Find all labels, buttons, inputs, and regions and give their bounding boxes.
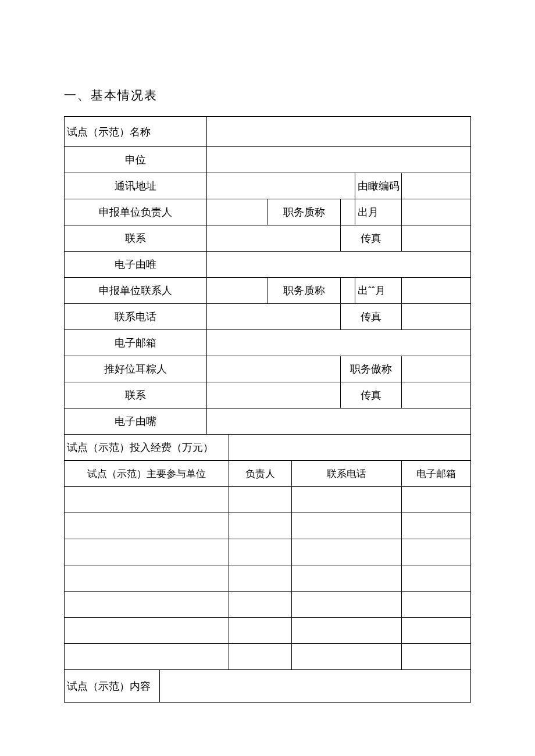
value-position-title-3	[402, 356, 471, 382]
table-row: 试点（示范）内容	[65, 670, 471, 703]
participant-email	[402, 592, 471, 618]
table-row: 联系 传真	[65, 382, 471, 409]
participant-lead	[229, 592, 292, 618]
participant-unit	[65, 565, 229, 592]
label-email-3: 电子由嘴	[65, 409, 207, 435]
value-contact-3	[206, 382, 341, 409]
label-birth-1: 出月	[355, 199, 401, 225]
table-row	[65, 487, 471, 513]
participant-unit	[65, 513, 229, 539]
label-position-title-3: 职务傲称	[341, 356, 402, 382]
participant-unit	[65, 618, 229, 644]
header-participant-email: 电子邮箱	[402, 461, 471, 487]
table-row	[65, 565, 471, 592]
participant-email	[402, 539, 471, 565]
table-row: 电子由嘴	[65, 409, 471, 435]
participant-unit	[65, 592, 229, 618]
value-email-3	[206, 409, 470, 435]
participant-lead	[229, 539, 292, 565]
value-birth-1	[402, 199, 471, 225]
value-birth-2	[402, 278, 471, 304]
header-participant-phone: 联系电话	[292, 461, 402, 487]
participant-phone	[292, 565, 402, 592]
participant-phone	[292, 644, 402, 670]
value-email-1	[206, 252, 470, 278]
value-fax-1	[402, 225, 471, 252]
label-recommender: 推好位耳粽人	[65, 356, 207, 382]
label-position-title-1: 职务质称	[268, 199, 341, 225]
table-row: 试点（示范）名称	[65, 117, 471, 147]
label-budget: 试点（示范）投入经费（万元）	[65, 435, 229, 461]
header-participant-unit: 试点（示范）主要参与单位	[65, 461, 229, 487]
participant-email	[402, 487, 471, 513]
table-row: 联系 传真	[65, 225, 471, 252]
participant-unit	[65, 487, 229, 513]
value-position-title-1	[341, 199, 355, 225]
participant-email	[402, 513, 471, 539]
table-row: 申报单位负责人 职务质称 出月	[65, 199, 471, 225]
value-position-title-2	[341, 278, 355, 304]
header-participant-lead: 负责人	[229, 461, 292, 487]
value-unit-head	[206, 199, 268, 225]
table-row: 申位	[65, 147, 471, 173]
value-applicant-unit	[206, 147, 470, 173]
table-row: 电子由唯	[65, 252, 471, 278]
participant-lead	[229, 565, 292, 592]
label-postcode: 由瞰编码	[355, 173, 401, 199]
participant-lead	[229, 644, 292, 670]
participant-unit	[65, 539, 229, 565]
value-pilot-content	[160, 670, 471, 703]
table-row	[65, 513, 471, 539]
value-fax-3	[402, 382, 471, 409]
value-pilot-name	[206, 117, 470, 147]
table-row: 试点（示范）投入经费（万元）	[65, 435, 471, 461]
participant-phone	[292, 592, 402, 618]
value-recommender	[206, 356, 341, 382]
value-unit-contact	[206, 278, 268, 304]
label-unit-head: 申报单位负责人	[65, 199, 207, 225]
value-fax-2	[402, 304, 471, 330]
table-row: 联系电话 传真	[65, 304, 471, 330]
label-applicant-unit: 申位	[65, 147, 207, 173]
table-row: 试点（示范）主要参与单位 负责人 联系电话 电子邮箱	[65, 461, 471, 487]
table-row	[65, 539, 471, 565]
table-row	[65, 644, 471, 670]
label-address: 通讯地址	[65, 173, 207, 199]
label-position-title-2: 职务质称	[268, 278, 341, 304]
label-phone-2: 联系电话	[65, 304, 207, 330]
participant-lead	[229, 618, 292, 644]
label-fax-3: 传真	[341, 382, 402, 409]
participant-lead	[229, 513, 292, 539]
participant-phone	[292, 539, 402, 565]
label-fax-1: 传真	[341, 225, 402, 252]
label-unit-contact: 申报单位联系人	[65, 278, 207, 304]
table-row: 推好位耳粽人 职务傲称	[65, 356, 471, 382]
label-fax-2: 传真	[341, 304, 402, 330]
participant-phone	[292, 513, 402, 539]
participant-email	[402, 618, 471, 644]
label-birth-2: 出ˆˆ月	[355, 278, 401, 304]
participant-email	[402, 565, 471, 592]
table-row	[65, 618, 471, 644]
value-budget	[229, 435, 471, 461]
table-row: 电子邮箱	[65, 330, 471, 356]
label-contact-1: 联系	[65, 225, 207, 252]
label-pilot-content: 试点（示范）内容	[65, 670, 160, 703]
value-postcode	[402, 173, 471, 199]
value-contact-1	[206, 225, 341, 252]
value-address	[206, 173, 355, 199]
label-contact-3: 联系	[65, 382, 207, 409]
label-email-2: 电子邮箱	[65, 330, 207, 356]
participant-phone	[292, 618, 402, 644]
value-phone-2	[206, 304, 341, 330]
table-row: 申报单位联系人 职务质称 出ˆˆ月	[65, 278, 471, 304]
participant-email	[402, 644, 471, 670]
participant-phone	[292, 487, 402, 513]
basic-info-table: 试点（示范）名称 申位 通讯地址 由瞰编码 申报单位负责人 职务质称 出月 联系…	[64, 116, 471, 703]
table-row	[65, 592, 471, 618]
table-row: 通讯地址 由瞰编码	[65, 173, 471, 199]
section-heading: 一、基本情况表	[64, 87, 471, 103]
label-pilot-name: 试点（示范）名称	[65, 117, 207, 147]
label-email-1: 电子由唯	[65, 252, 207, 278]
value-email-2	[206, 330, 470, 356]
